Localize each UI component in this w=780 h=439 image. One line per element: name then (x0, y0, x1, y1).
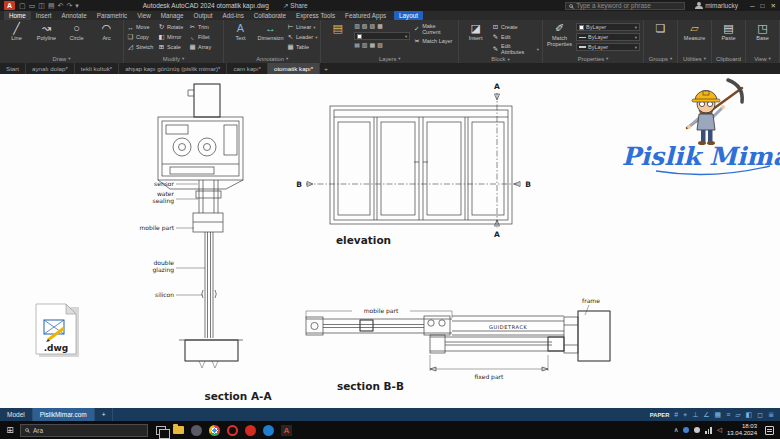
match-layer-tool[interactable]: ≍Match Layer (413, 37, 455, 45)
group-tool[interactable]: ❏ (647, 22, 674, 34)
tab-collaborate[interactable]: Collaborate (249, 11, 291, 20)
panel-properties-label[interactable]: Properties▾ (543, 54, 643, 63)
linetype-dropdown[interactable]: ByLayer▾ (576, 33, 640, 41)
arc-tool[interactable]: ◠Arc (93, 22, 120, 41)
layout-tab[interactable]: PislikMimar.com (33, 408, 95, 421)
customize-icon[interactable]: ≣ (768, 409, 774, 421)
share-button[interactable]: ↗ Share (283, 2, 308, 10)
edit-block-tool[interactable]: ✎Edit (492, 33, 539, 41)
tab-addins[interactable]: Add-ins (217, 11, 248, 20)
panel-block-label[interactable]: Block▾ (459, 55, 542, 63)
layer-icon[interactable]: ▦ (370, 42, 376, 49)
layer-icon[interactable]: ▥ (354, 23, 360, 30)
user-account[interactable]: mimarlucky (695, 2, 738, 9)
stretch-tool[interactable]: ◿Stretch (127, 43, 158, 51)
paste-tool[interactable]: ▤Paste (715, 22, 742, 41)
plot-icon[interactable]: ▤ (48, 1, 55, 10)
tab-view[interactable]: View (132, 11, 156, 20)
panel-view-label[interactable]: View▾ (746, 54, 779, 63)
model-tab[interactable]: Model (0, 408, 33, 421)
panel-modify-label[interactable]: Modify▾ (124, 54, 223, 63)
osnap-toggle-icon[interactable]: ▦ (715, 409, 722, 421)
tab-home[interactable]: Home (4, 11, 31, 20)
create-block-tool[interactable]: ⊡Create (492, 23, 539, 31)
layer-icon[interactable]: ▥ (362, 42, 368, 49)
make-current-tool[interactable]: ✓Make Current (413, 23, 455, 35)
trim-tool[interactable]: ✂Trim (189, 23, 220, 31)
fillet-tool[interactable]: ◟Fillet (189, 33, 220, 41)
doc-tab-aynali-dolap[interactable]: aynalı dolap* (26, 63, 75, 74)
taskbar-search[interactable]: Ara (20, 424, 148, 437)
qat-dropdown-icon[interactable]: ▾ (75, 1, 79, 10)
panel-layers-label[interactable]: Layers▾ (321, 54, 458, 63)
array-tool[interactable]: ▦Array (189, 43, 220, 51)
isolate-icon[interactable]: ◻ (757, 409, 763, 421)
red-app-icon[interactable] (245, 425, 256, 436)
blue-app-icon[interactable] (263, 425, 274, 436)
base-view-tool[interactable]: ◳Base (749, 22, 776, 41)
measure-tool[interactable]: ▱Measure (681, 22, 708, 41)
tab-parametric[interactable]: Parametric (92, 11, 132, 20)
tab-output[interactable]: Output (189, 11, 218, 20)
linear-tool[interactable]: ⊢Linear▾ (287, 23, 317, 31)
move-tool[interactable]: ↔Move (127, 24, 158, 31)
layer-icon[interactable]: ▧ (362, 23, 368, 30)
save-icon[interactable]: ◫ (38, 1, 45, 10)
tray-app-icon[interactable] (683, 427, 689, 433)
doc-tab-start[interactable]: Start (0, 63, 26, 74)
rotate-tool[interactable]: ↻Rotate (158, 23, 189, 31)
snap-toggle-icon[interactable]: ⌖ (683, 409, 687, 421)
app-avatar-icon[interactable] (191, 425, 202, 436)
task-view-button[interactable] (156, 426, 166, 435)
tab-featured-apps[interactable]: Featured Apps (340, 11, 391, 20)
lineweight-toggle-icon[interactable]: ≡ (726, 409, 730, 421)
panel-clipboard-label[interactable]: Clipboard (712, 54, 745, 63)
tray-expand-icon[interactable]: ∧ (674, 426, 679, 434)
circle-tool[interactable]: ○Circle (63, 22, 90, 41)
chrome-icon[interactable] (209, 425, 220, 436)
panel-utilities-label[interactable]: Utilities▾ (678, 54, 711, 63)
tray-app-icon[interactable] (694, 427, 700, 433)
start-button[interactable]: ⊞ (0, 425, 20, 435)
text-tool[interactable]: AText (227, 22, 254, 41)
close-button[interactable]: ✕ (771, 2, 776, 10)
panel-annotation-label[interactable]: Annotation▾ (224, 54, 320, 63)
doc-tab-tekli-koltuk[interactable]: tekli koltuk* (75, 63, 119, 74)
add-layout-button[interactable]: + (95, 408, 114, 421)
tab-express-tools[interactable]: Express Tools (291, 11, 340, 20)
annotation-scale-icon[interactable]: ▱ (735, 409, 740, 421)
tab-layout[interactable]: Layout (394, 11, 423, 20)
tab-manage[interactable]: Manage (156, 11, 189, 20)
layer-icon[interactable]: ▧ (377, 42, 383, 49)
layer-icon[interactable]: ▩ (377, 23, 383, 30)
layer-icon[interactable]: ▨ (370, 23, 376, 30)
copy-tool[interactable]: ❏Copy (127, 33, 158, 41)
doc-tab-otomatik-kapi[interactable]: otomatik kapı* (268, 63, 320, 74)
insert-block-tool[interactable]: ◪Insert (462, 22, 489, 41)
workspace-icon[interactable]: ◧ (746, 409, 753, 421)
opera-icon[interactable] (227, 425, 238, 436)
edit-attributes-tool[interactable]: ✎Edit Attributes▾ (492, 43, 539, 55)
layer-icon[interactable]: ▤ (354, 42, 360, 49)
file-explorer-icon[interactable] (173, 426, 184, 434)
network-icon[interactable] (705, 427, 712, 434)
leader-tool[interactable]: ↖Leader▾ (287, 33, 317, 41)
autocad-app-button[interactable]: A (4, 1, 15, 10)
redo-icon[interactable]: ↷ (66, 1, 72, 10)
polar-toggle-icon[interactable]: ∠ (703, 409, 709, 421)
polyline-tool[interactable]: ↝Polyline (33, 22, 60, 41)
paper-space-indicator[interactable]: PAPER (650, 412, 670, 418)
new-drawing-button[interactable]: + (320, 63, 332, 74)
ortho-toggle-icon[interactable]: ⊥ (692, 409, 698, 421)
drawing-canvas[interactable]: sensor water sealing mobile part double … (0, 74, 780, 408)
dimension-tool[interactable]: ↔Dimension (257, 22, 284, 41)
line-tool[interactable]: ╱Line (3, 22, 30, 41)
match-properties-tool[interactable]: ✐Match Properties (546, 22, 573, 47)
scale-tool[interactable]: ⊞Scale (158, 43, 189, 51)
undo-icon[interactable]: ↶ (58, 1, 64, 10)
search-box[interactable]: Type a keyword or phrase (565, 2, 685, 10)
grid-toggle-icon[interactable]: # (674, 409, 678, 421)
panel-draw-label[interactable]: Draw▾ (0, 54, 123, 63)
taskbar-clock[interactable]: 18:03 13.04.2024 (727, 423, 757, 437)
action-center-icon[interactable] (765, 426, 774, 435)
